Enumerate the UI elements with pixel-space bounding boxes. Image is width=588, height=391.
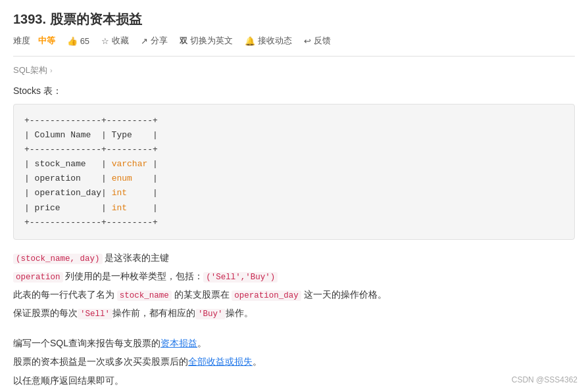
page-title: 1393. 股票的资本损益 [13,11,575,28]
stock-name-inline: stock_name [117,290,172,301]
schema-line-3: +--------------+---------+ [24,143,564,157]
schema-line-7: | price | int | [24,201,564,216]
operation-day-inline: operation_day [232,290,301,301]
buy-inline: 'Buy' [195,309,226,319]
schema-code-block: +--------------+---------+ | Column Name… [13,104,575,240]
primary-key-inline: (stock_name, day) [13,254,103,264]
type-enum: enum [112,173,132,183]
capital-gain-link[interactable]: 资本损益 [160,338,197,348]
schema-line-4: | stock_name | varchar | [24,157,564,172]
enum-values-inline: ('Sell','Buy') [203,272,278,283]
feedback-button[interactable]: ↩ 反馈 [304,35,331,47]
difficulty-label: 难度 中等 [13,35,55,47]
type-int-2: int [112,203,127,213]
question-line-1: 编写一个SQL查询来报告每支股票的资本损益。 [13,334,575,352]
question-line-2: 股票的资本损益是一次或多次买卖股票后的全部收益或损失。 [13,353,575,371]
schema-line-1: +--------------+---------+ [24,114,564,128]
share-button[interactable]: ↗ 分享 [141,35,168,47]
type-int-1: int [112,188,127,198]
desc-line-2: operation 列使用的是一种枚举类型，包括：('Sell','Buy') [13,267,575,286]
switch-lang-button[interactable]: 双 切换为英文 [180,35,233,47]
question-line-3: 以任意顺序返回结果即可。 [13,372,575,390]
meta-bar: 难度 中等 👍 65 ☆ 收藏 ↗ 分享 双 切换为英文 🔔 接收动态 ↩ 反馈 [13,35,575,47]
difficulty-value[interactable]: 中等 [38,35,55,47]
page-container: 1393. 股票的资本损益 难度 中等 👍 65 ☆ 收藏 ↗ 分享 双 切换为… [0,0,588,391]
schema-line-8: +--------------+---------+ [24,216,564,230]
like-icon: 👍 [67,36,78,46]
feedback-icon: ↩ [304,36,311,46]
operation-inline: operation [13,272,63,283]
switch-lang-icon: 双 [180,35,187,47]
divider [13,56,575,57]
breadcrumb: SQL架构 › [13,64,575,76]
question-block: 编写一个SQL查询来报告每支股票的资本损益。 股票的资本损益是一次或多次买卖股票… [13,334,575,391]
bell-icon: 🔔 [245,36,255,46]
breadcrumb-chevron: › [50,66,53,74]
table-intro: Stocks 表： [13,85,575,97]
desc-line-1: (stock_name, day) 是这张表的主键 [13,249,575,267]
collect-button[interactable]: ☆ 收藏 [101,35,129,47]
desc-line-4: 保证股票的每次'Sell'操作前，都有相应的'Buy'操作。 [13,304,575,323]
schema-line-5: | operation | enum | [24,172,564,186]
csdn-watermark: CSDN @SSS4362 [512,375,577,384]
desc-line-3: 此表的每一行代表了名为 stock_name 的某支股票在 operation_… [13,286,575,304]
profit-loss-link[interactable]: 全部收益或损失 [188,356,253,367]
like-button[interactable]: 👍 65 [67,36,89,46]
sell-inline: 'Sell' [78,309,112,319]
collect-icon: ☆ [101,36,109,46]
like-count: 65 [80,36,89,46]
desc-block: (stock_name, day) 是这张表的主键 operation 列使用的… [13,249,575,323]
schema-line-2: | Column Name | Type | [24,128,564,143]
type-varchar: varchar [112,159,148,169]
subscribe-button[interactable]: 🔔 接收动态 [245,35,292,47]
share-icon: ↗ [141,36,148,46]
breadcrumb-link[interactable]: SQL架构 [13,64,47,76]
schema-line-6: | operation_day| int | [24,186,564,200]
